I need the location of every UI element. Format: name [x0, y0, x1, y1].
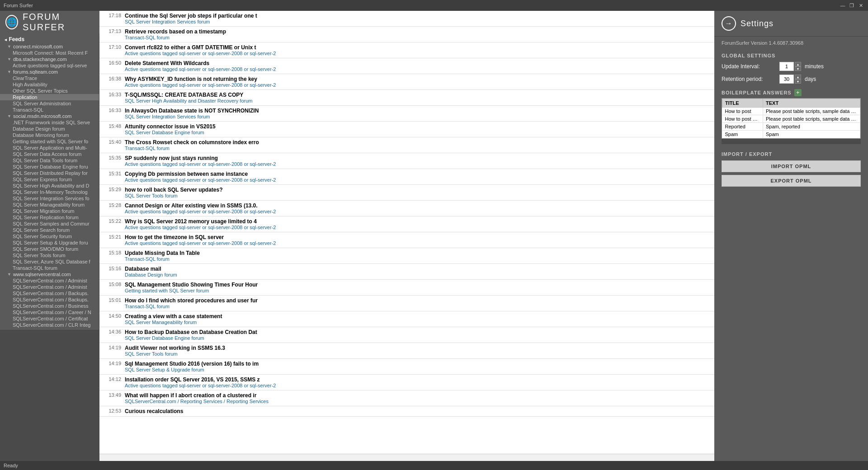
tree-item[interactable]: SQL Server Replication forum	[0, 214, 99, 221]
boilerplate-row[interactable]: SpamSpam	[722, 131, 860, 138]
feed-item[interactable]: 15:21How to get the timezone in SQL serv…	[99, 232, 714, 248]
tree-item[interactable]: SQL Server Distributed Replay for	[0, 170, 99, 176]
tree-item[interactable]: SQLServerCentral.com / Career / N	[0, 309, 99, 315]
tree-item[interactable]: SQLServerCentral.com / Backups.	[0, 296, 99, 303]
tree-item[interactable]: .NET Framework inside SQL Serve	[0, 119, 99, 126]
tree-group-label[interactable]: connect.microsoft.com	[0, 43, 99, 50]
update-interval-input[interactable]	[779, 62, 794, 71]
tree-item[interactable]: SQLServerCentral.com / CLR Integ	[0, 322, 99, 328]
tree-item[interactable]: ClearTrace	[0, 75, 99, 81]
feed-item[interactable]: 17:10Convert rfc822 to either a GMT DATE…	[99, 42, 714, 58]
feed-item[interactable]: 14:19Audit Viewer not working in SSMS 16…	[99, 343, 714, 359]
feed-item[interactable]: 14:12Installation order SQL Server 2016,…	[99, 375, 714, 390]
feed-item[interactable]: 15:01How do I find which stored procedur…	[99, 296, 714, 311]
retention-period-up[interactable]: ▲	[795, 75, 801, 79]
tree-item[interactable]: SQL Server Application and Multi-	[0, 145, 99, 151]
minimize-button[interactable]: —	[839, 2, 846, 9]
tree-item[interactable]: SQL Server High Availability and D	[0, 183, 99, 189]
tree-item[interactable]: Database Design forum	[0, 126, 99, 132]
update-interval-down[interactable]: ▼	[795, 66, 801, 71]
tree-item[interactable]: SQL Server Integration Services fo	[0, 195, 99, 202]
feed-content: SP suddenly now just stays runningActive…	[125, 155, 711, 167]
tree-item[interactable]: SQL Server, Azure SQL Database f	[0, 258, 99, 265]
maximize-button[interactable]: ❐	[848, 2, 855, 9]
feed-item[interactable]: 14:50Creating a view with a case stateme…	[99, 311, 714, 327]
feed-item[interactable]: 15:40The Cross Rowset check on columnsto…	[99, 137, 714, 153]
feed-item[interactable]: 15:29how to roll back SQL Server updates…	[99, 185, 714, 201]
tree-item[interactable]: Database Mirroring forum	[0, 132, 99, 138]
feed-item[interactable]: 14:19Sql Management Studio 2016 (version…	[99, 359, 714, 375]
boilerplate-row[interactable]: ReportedSpam, reported	[722, 123, 860, 131]
boilerplate-row[interactable]: How to post SSCPlease post table scripts…	[722, 115, 860, 123]
feed-source: Active questions tagged sql-server or sq…	[125, 240, 711, 246]
tree-item[interactable]: SQL Server Data Access forum	[0, 151, 99, 157]
tree-item[interactable]: Active questions tagged sql-serve	[0, 62, 99, 69]
add-boilerplate-button[interactable]: +	[794, 89, 802, 96]
feed-item[interactable]: 15:31Copying Db permission between same …	[99, 169, 714, 185]
tree-item[interactable]: Getting started with SQL Server fo	[0, 138, 99, 145]
feed-item[interactable]: 15:35SP suddenly now just stays runningA…	[99, 153, 714, 169]
retention-period-stepper[interactable]: ▲ ▼	[779, 75, 801, 84]
export-opml-button[interactable]: EXPORT OPML	[722, 175, 861, 187]
tree-item[interactable]: SQL Server Samples and Commur	[0, 221, 99, 227]
feed-time: 13:49	[103, 392, 121, 404]
feed-item[interactable]: 17:13Retrieve records based on a timesta…	[99, 27, 714, 42]
tree-item[interactable]: SQL Server Setup & Upgrade foru	[0, 240, 99, 246]
tree-item[interactable]: SQLServerCentral.com / Administ	[0, 284, 99, 290]
feed-item[interactable]: 15:48Attunity connector issue in VS2015S…	[99, 122, 714, 137]
feed-item[interactable]: 15:18Update Missing Data In TableTransac…	[99, 248, 714, 264]
feed-item[interactable]: 13:49What will happen if I abort creatio…	[99, 390, 714, 406]
tree-item[interactable]: SQL Server Tools forum	[0, 252, 99, 258]
update-interval-up[interactable]: ▲	[795, 62, 801, 66]
feed-item[interactable]: 14:36How to Backup Database on Database …	[99, 327, 714, 343]
tree-item[interactable]: SQL Server Search forum	[0, 227, 99, 233]
feed-item[interactable]: 15:28Cannot Design or Alter existing vie…	[99, 201, 714, 216]
feed-item[interactable]: 12:53Curious recalculations	[99, 406, 714, 417]
tree-item[interactable]: SQL Server In-Memory Technolog	[0, 189, 99, 195]
feed-item[interactable]: 16:50Delete Statement With WildcardsActi…	[99, 58, 714, 74]
tree-item[interactable]: SQLServerCentral.com / Certificat	[0, 315, 99, 322]
feed-list[interactable]: 17:18Continue the Sql Server job steps i…	[99, 11, 714, 454]
boilerplate-row[interactable]: How to postPlease post table scripts, sa…	[722, 108, 860, 115]
tree-item[interactable]: SQL Server Express forum	[0, 176, 99, 183]
tree-item[interactable]: SQLServerCentral.com / Administ	[0, 277, 99, 284]
tree-item[interactable]: Replication	[0, 94, 99, 100]
tree-group-label[interactable]: www.sqlservercentral.com	[0, 271, 99, 277]
middle-scrollbar[interactable]	[99, 454, 714, 461]
tree-item[interactable]: SQL Server Migration forum	[0, 208, 99, 214]
tree-group-label[interactable]: social.msdn.microsoft.com	[0, 113, 99, 119]
feed-item[interactable]: 15:08SQL Management Studio Showing Times…	[99, 280, 714, 296]
tree-item[interactable]: Microsoft Connect: Most Recent F	[0, 50, 99, 56]
retention-period-down[interactable]: ▼	[795, 79, 801, 84]
retention-period-input[interactable]	[779, 75, 794, 84]
tree-item[interactable]: SQL Server Database Engine foru	[0, 164, 99, 170]
tree-item[interactable]: Other SQL Server Topics	[0, 88, 99, 94]
boilerplate-table-wrapper[interactable]: TITLE TEXT How to postPlease post table …	[722, 98, 861, 139]
feed-item[interactable]: 17:18Continue the Sql Server job steps i…	[99, 11, 714, 27]
tree-item[interactable]: Transact-SQL	[0, 107, 99, 113]
import-opml-button[interactable]: IMPORT OPML	[722, 160, 861, 172]
feed-item[interactable]: 15:16Database mailDatabase Design forum	[99, 264, 714, 280]
close-button[interactable]: ✕	[857, 2, 864, 9]
tree-item[interactable]: SQLServerCentral.com / Backups.	[0, 290, 99, 296]
feed-item[interactable]: 16:33T-SQL/MSSQL: CREATE DATABASE AS COP…	[99, 90, 714, 106]
update-interval-stepper[interactable]: ▲ ▼	[779, 62, 801, 71]
tree-item[interactable]: SQL Server Manageability forum	[0, 202, 99, 208]
tree-item[interactable]: Transact-SQL forum	[0, 265, 99, 271]
tree-group-label[interactable]: forums.sqlteam.com	[0, 69, 99, 75]
feed-item[interactable]: 15:22Why is SQL Server 2012 memory usage…	[99, 216, 714, 232]
feed-tree[interactable]: Feedsconnect.microsoft.comMicrosoft Conn…	[0, 33, 99, 330]
tree-item[interactable]: SQL Server Security forum	[0, 233, 99, 240]
left-scrollbar[interactable]	[0, 330, 99, 337]
bp-table-scrollbar[interactable]	[722, 139, 861, 144]
feeds-root-label[interactable]: Feeds	[0, 35, 99, 43]
tree-item[interactable]: SQLServerCentral.com / Business	[0, 303, 99, 309]
bp-row-text: Spam, reported	[763, 123, 860, 131]
tree-item[interactable]: SQL Server SMO/DMO forum	[0, 246, 99, 252]
tree-group-label[interactable]: dba.stackexchange.com	[0, 56, 99, 62]
feed-item[interactable]: 16:33In AlwaysOn Database state is NOT S…	[99, 106, 714, 122]
tree-item[interactable]: SQL Server Administration	[0, 100, 99, 107]
tree-item[interactable]: SQL Server Data Tools forum	[0, 157, 99, 164]
feed-item[interactable]: 16:38Why ASYMKEY_ID function is not retu…	[99, 74, 714, 90]
tree-item[interactable]: High Availability	[0, 81, 99, 88]
